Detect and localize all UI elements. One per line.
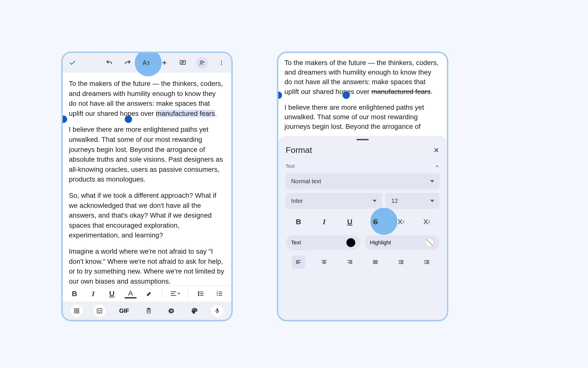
font-select-value: Inter xyxy=(291,197,303,204)
insert-button[interactable] xyxy=(159,58,169,68)
svg-point-22 xyxy=(198,295,199,296)
overflow-menu-button[interactable] xyxy=(217,58,226,68)
dropdown-icon xyxy=(430,179,434,183)
strikethrough-text: manufactured fears xyxy=(371,88,430,95)
size-select-value: 12 xyxy=(391,197,398,204)
selected-text[interactable]: manufactured fears xyxy=(156,110,215,117)
svg-marker-70 xyxy=(399,261,400,263)
sheet-grabber[interactable] xyxy=(356,139,369,140)
subscript-button[interactable]: X2 xyxy=(418,213,435,230)
svg-point-38 xyxy=(100,310,100,310)
dashboard-icon[interactable] xyxy=(71,305,83,317)
paragraph-2[interactable]: I believe there are more enlightened pat… xyxy=(69,125,225,184)
indent-decrease-button[interactable] xyxy=(394,255,408,269)
done-button[interactable] xyxy=(68,58,77,68)
editor-topbar xyxy=(63,53,231,73)
document-body[interactable]: To the makers of the future — the thinke… xyxy=(63,73,231,299)
gif-button[interactable]: GIF xyxy=(116,305,132,317)
indent-increase-button[interactable] xyxy=(420,255,433,269)
paragraph-1[interactable]: To the makers of the future — the thinke… xyxy=(69,79,225,118)
sticker-icon[interactable] xyxy=(93,305,106,317)
selection-handle-end[interactable] xyxy=(343,92,350,99)
selection-handle-start[interactable] xyxy=(61,116,67,123)
p1-text-after: . xyxy=(430,88,432,95)
toolbar-divider xyxy=(188,289,188,298)
align-menu-button[interactable] xyxy=(169,288,181,300)
close-button[interactable] xyxy=(433,147,440,153)
highlight-button[interactable] xyxy=(143,288,155,300)
text-format-button[interactable] xyxy=(141,58,151,68)
svg-rect-35 xyxy=(77,311,79,313)
bold-button[interactable]: B xyxy=(290,213,307,230)
font-size-select[interactable]: 12 xyxy=(386,193,440,209)
mic-icon[interactable] xyxy=(211,305,223,317)
svg-point-37 xyxy=(98,310,99,310)
underline-button[interactable]: U xyxy=(341,213,358,230)
clipboard-icon[interactable] xyxy=(143,305,155,317)
bold-button[interactable]: B xyxy=(69,288,80,300)
chevron-up-icon xyxy=(435,164,440,169)
text-section-header[interactable]: Text xyxy=(286,163,440,169)
keyboard-suggestion-row: GIF xyxy=(63,302,231,320)
align-justify-button[interactable] xyxy=(369,255,382,269)
paragraph-3[interactable]: So, what if we took a different approach… xyxy=(69,191,225,240)
document-body[interactable]: To the makers of the future — the thinke… xyxy=(278,53,447,142)
svg-point-15 xyxy=(221,64,222,65)
format-bottom-sheet: Format Text Normal text Inter 12 B xyxy=(278,136,447,320)
alignment-row xyxy=(286,255,440,269)
text-color-button[interactable]: A xyxy=(125,289,136,298)
font-select[interactable]: Inter xyxy=(286,193,382,209)
underline-button[interactable]: U xyxy=(106,288,118,300)
svg-point-20 xyxy=(198,291,199,292)
svg-point-13 xyxy=(221,61,222,62)
share-button[interactable] xyxy=(196,57,208,69)
align-left-button[interactable] xyxy=(292,255,305,269)
svg-rect-34 xyxy=(74,311,76,313)
style-select-value: Normal text xyxy=(291,178,321,185)
sheet-title: Format xyxy=(286,145,312,155)
selection-handle-end[interactable] xyxy=(125,116,132,123)
svg-marker-49 xyxy=(430,200,434,202)
italic-button[interactable]: I xyxy=(316,213,333,230)
dropdown-icon xyxy=(373,199,377,203)
format-toolbar: B I U A 123 xyxy=(63,286,231,302)
superscript-button[interactable]: X2 xyxy=(392,213,410,230)
redo-button[interactable] xyxy=(123,58,133,68)
paragraph-4[interactable]: Imagine a world where we're not afraid t… xyxy=(69,247,225,286)
svg-point-14 xyxy=(221,62,222,63)
svg-rect-36 xyxy=(97,308,102,313)
align-center-button[interactable] xyxy=(318,255,331,269)
selection-handle-start[interactable] xyxy=(277,92,282,99)
paragraph-1[interactable]: To the makers of the future — the thinke… xyxy=(284,58,441,96)
section-label: Text xyxy=(286,163,295,169)
settings-icon[interactable] xyxy=(165,305,178,317)
text-color-chip[interactable]: Text xyxy=(286,235,361,250)
svg-point-21 xyxy=(198,293,199,294)
paragraph-style-select[interactable]: Normal text xyxy=(286,173,440,189)
phone-screen-format-sheet: To the makers of the future — the thinke… xyxy=(277,52,448,321)
svg-marker-19 xyxy=(178,293,180,294)
text-color-swatch xyxy=(346,238,355,247)
svg-marker-75 xyxy=(424,261,425,263)
svg-marker-47 xyxy=(430,180,434,183)
phone-screen-editor: To the makers of the future — the thinke… xyxy=(61,52,233,321)
svg-text:3: 3 xyxy=(217,294,218,296)
align-right-button[interactable] xyxy=(343,255,356,269)
text-color-label: Text xyxy=(291,239,301,246)
strikethrough-button[interactable]: S xyxy=(367,213,384,230)
svg-rect-33 xyxy=(77,309,79,310)
comment-button[interactable] xyxy=(178,58,188,68)
highlight-color-chip[interactable]: Highlight xyxy=(365,235,440,250)
palette-icon[interactable] xyxy=(188,305,201,317)
highlight-color-swatch xyxy=(425,238,434,247)
numbered-list-button[interactable]: 123 xyxy=(214,288,225,300)
paragraph-2[interactable]: I believe there are more enlightened pat… xyxy=(284,103,441,131)
italic-button[interactable]: I xyxy=(87,288,99,300)
undo-button[interactable] xyxy=(104,58,114,68)
svg-rect-32 xyxy=(74,309,76,310)
bulleted-list-button[interactable] xyxy=(195,288,207,300)
text-style-row: B I U S X2 X2 xyxy=(286,213,440,230)
dropdown-icon xyxy=(430,199,434,203)
sheet-header: Format xyxy=(286,145,440,155)
svg-rect-43 xyxy=(217,308,218,311)
